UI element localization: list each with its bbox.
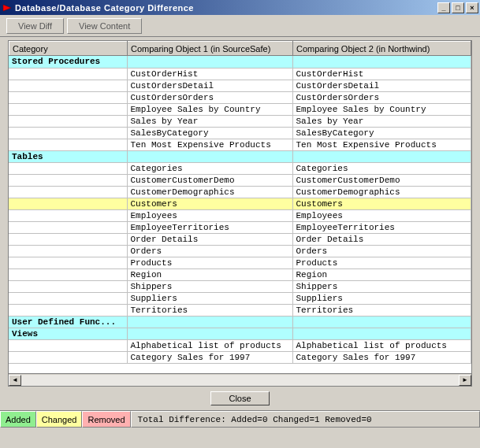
table-header-row: Category Comparing Object 1 (in SourceSa… <box>9 42 471 56</box>
cell-category <box>9 257 127 268</box>
cell-category <box>9 245 127 257</box>
view-diff-button[interactable]: View Diff <box>6 18 64 34</box>
cell-obj1: Suppliers <box>127 292 292 304</box>
cell-obj2: CustOrdersOrders <box>292 91 471 103</box>
diff-table-body: Stored ProceduresCustOrderHistCustOrderH… <box>9 56 471 363</box>
titlebar: Database/Database Category Difference _ … <box>0 0 480 15</box>
app-icon <box>2 2 13 13</box>
table-row[interactable]: User Defined Func... <box>9 316 471 328</box>
cell-category: Tables <box>9 150 127 162</box>
table-row[interactable]: OrdersOrders <box>9 245 471 257</box>
cell-obj2 <box>292 56 471 68</box>
cell-obj2: Categories <box>292 162 471 174</box>
status-text: Total Difference: Added=0 Changed=1 Remo… <box>131 411 480 428</box>
col-obj1[interactable]: Comparing Object 1 (in SourceSafe) <box>128 42 293 56</box>
scroll-right-button[interactable]: ► <box>459 375 471 386</box>
table-row[interactable]: CategoriesCategories <box>9 162 471 174</box>
legend-added: Added <box>0 411 36 428</box>
table-row[interactable]: RegionRegion <box>9 268 471 280</box>
minimize-button[interactable]: _ <box>437 2 450 13</box>
close-window-button[interactable]: × <box>466 2 478 13</box>
table-row[interactable]: Sales by YearSales by Year <box>9 115 471 127</box>
cell-obj1: CustOrdersDetail <box>127 80 292 91</box>
cell-obj1: Customers <box>127 198 292 209</box>
cell-category <box>9 268 127 280</box>
cell-category <box>9 304 127 316</box>
table-row[interactable]: CustomersCustomers <box>9 198 471 209</box>
cell-obj1: Sales by Year <box>127 115 292 127</box>
cell-obj1: Region <box>127 268 292 280</box>
cell-obj1: Employees <box>127 209 292 221</box>
table-row[interactable]: Stored Procedures <box>9 56 471 68</box>
view-content-button[interactable]: View Content <box>67 18 142 34</box>
table-row[interactable]: EmployeesEmployees <box>9 209 471 221</box>
statusbar: Added Changed Removed Total Difference: … <box>0 410 480 428</box>
table-row[interactable]: CustomerDemographicsCustomerDemographics <box>9 186 471 198</box>
table-row[interactable]: TerritoriesTerritories <box>9 304 471 316</box>
cell-obj2: CustomerDemographics <box>292 186 471 198</box>
col-category[interactable]: Category <box>9 42 128 56</box>
cell-category <box>9 80 127 91</box>
cell-obj1: CustomerCustomerDemo <box>127 174 292 186</box>
svg-marker-0 <box>3 5 11 11</box>
cell-category <box>9 280 127 292</box>
window-title: Database/Database Category Difference <box>15 3 436 13</box>
cell-obj2: Ten Most Expensive Products <box>292 139 471 150</box>
diff-table-wrapper: Category Comparing Object 1 (in SourceSa… <box>8 40 472 387</box>
cell-category <box>9 162 127 174</box>
close-button[interactable]: Close <box>210 391 269 405</box>
cell-obj1: Order Details <box>127 233 292 245</box>
cell-category: Views <box>9 328 127 339</box>
table-row[interactable]: ProductsProducts <box>9 257 471 268</box>
table-row[interactable]: Employee Sales by CountryEmployee Sales … <box>9 103 471 115</box>
cell-obj2: Shippers <box>292 280 471 292</box>
cell-category <box>9 198 127 209</box>
cell-obj1: Categories <box>127 162 292 174</box>
table-row[interactable]: Alphabetical list of productsAlphabetica… <box>9 339 471 351</box>
scroll-left-button[interactable]: ◄ <box>9 375 21 386</box>
col-obj2[interactable]: Comparing Object 2 (in Northwind) <box>293 42 471 56</box>
cell-category <box>9 91 127 103</box>
cell-category: User Defined Func... <box>9 316 127 328</box>
table-row[interactable]: SuppliersSuppliers <box>9 292 471 304</box>
cell-obj1: Category Sales for 1997 <box>127 351 292 363</box>
table-row[interactable]: Order DetailsOrder Details <box>9 233 471 245</box>
table-row[interactable]: Tables <box>9 150 471 162</box>
horizontal-scrollbar[interactable]: ◄ ► <box>9 373 471 386</box>
cell-category <box>9 292 127 304</box>
cell-obj2: Territories <box>292 304 471 316</box>
scroll-track[interactable] <box>21 375 459 386</box>
cell-category <box>9 115 127 127</box>
cell-obj2 <box>292 316 471 328</box>
cell-obj2: Products <box>292 257 471 268</box>
cell-category <box>9 139 127 150</box>
cell-obj2 <box>292 328 471 339</box>
table-row[interactable]: SalesByCategorySalesByCategory <box>9 127 471 139</box>
cell-obj2: CustOrdersDetail <box>292 80 471 91</box>
cell-obj1: EmployeeTerritories <box>127 221 292 233</box>
cell-obj2: SalesByCategory <box>292 127 471 139</box>
cell-category <box>9 103 127 115</box>
cell-obj1: Products <box>127 257 292 268</box>
table-row[interactable]: Ten Most Expensive ProductsTen Most Expe… <box>9 139 471 150</box>
table-row[interactable]: EmployeeTerritoriesEmployeeTerritories <box>9 221 471 233</box>
table-row[interactable]: CustOrderHistCustOrderHist <box>9 68 471 80</box>
table-row[interactable]: Views <box>9 328 471 339</box>
cell-obj2: Employee Sales by Country <box>292 103 471 115</box>
cell-obj2: Alphabetical list of products <box>292 339 471 351</box>
cell-obj1: Alphabetical list of products <box>127 339 292 351</box>
cell-obj1: CustOrdersOrders <box>127 91 292 103</box>
table-row[interactable]: CustOrdersDetailCustOrdersDetail <box>9 80 471 91</box>
cell-obj1: Employee Sales by Country <box>127 103 292 115</box>
table-row[interactable]: Category Sales for 1997Category Sales fo… <box>9 351 471 363</box>
cell-obj1: CustOrderHist <box>127 68 292 80</box>
table-row[interactable]: CustOrdersOrdersCustOrdersOrders <box>9 91 471 103</box>
table-row[interactable]: CustomerCustomerDemoCustomerCustomerDemo <box>9 174 471 186</box>
table-row[interactable]: ShippersShippers <box>9 280 471 292</box>
cell-obj2: Region <box>292 268 471 280</box>
cell-obj1: SalesByCategory <box>127 127 292 139</box>
cell-obj2: Employees <box>292 209 471 221</box>
cell-obj1: Orders <box>127 245 292 257</box>
maximize-button[interactable]: □ <box>452 2 464 13</box>
cell-obj1: Territories <box>127 304 292 316</box>
